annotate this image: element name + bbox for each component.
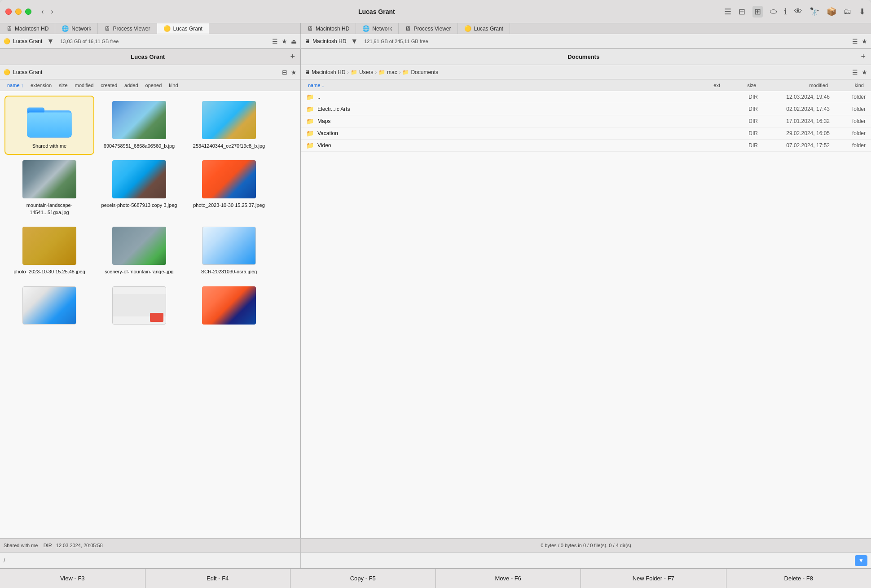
tab-network-left[interactable]: 🌐 Network	[55, 23, 98, 34]
file-item-img11[interactable]	[184, 281, 274, 333]
col-header-added[interactable]: added	[121, 83, 142, 88]
left-command-bar: /	[0, 553, 301, 568]
folder-icon-maps: 📁	[306, 118, 314, 125]
right-breadcrumb-bar: 🖥 Macintosh HD › 📁 Users › 📁 mac › 📁 Doc…	[301, 65, 871, 79]
left-star-btn[interactable]: ★	[291, 69, 297, 76]
file-thumb-img1	[112, 101, 166, 139]
left-view-mode-btn[interactable]: ⊟	[282, 69, 287, 76]
list-item-electr-ic-arts[interactable]: 📁 Electr...ic Arts DIR 02.02.2024, 17:43…	[301, 103, 871, 115]
right-file-list: 📁 .. DIR 12.03.2024, 19:46 folder 📁 Elec…	[301, 91, 871, 538]
eye-icon[interactable]: 👁	[794, 7, 802, 16]
tab-lucas-grant-right[interactable]: 🟡 Lucas Grant	[458, 23, 510, 34]
left-drive-icon: 🟡	[4, 38, 10, 44]
window: ‹ › Lucas Grant ☰ ⊟ ⊞ ⬭ ℹ 👁 🔭 📦 🗂 ⬇ 🖥 Ma…	[0, 0, 871, 588]
grid-icon[interactable]: ⊞	[752, 6, 763, 18]
right-pathbar: 🖥 Macintosh HD ▼ 121,91 GB of 245,11 GB …	[301, 34, 871, 48]
rcol-header-size[interactable]: size	[724, 83, 760, 88]
right-panel: Documents + 🖥 Macintosh HD › 📁 Users › 📁…	[301, 49, 871, 538]
file-item-img5[interactable]: photo_2023-10-30 15.25.37.jpeg	[184, 155, 274, 221]
file-item-img3[interactable]: mountain-landscape-14541...51gxa.jpg	[4, 155, 94, 221]
right-bookmark[interactable]: ★	[862, 38, 867, 45]
file-thumb-img5	[202, 160, 256, 198]
col-header-opened[interactable]: opened	[142, 83, 166, 88]
file-item-img8[interactable]: SCR-20231030-nsra.jpeg	[184, 221, 274, 281]
file-item-shared-with-me[interactable]: Shared with me	[4, 96, 94, 155]
col-header-name[interactable]: name ↑	[4, 83, 27, 88]
minimize-button[interactable]	[15, 9, 22, 15]
rcol-header-name[interactable]: name ↓	[304, 83, 697, 88]
col-header-modified[interactable]: modified	[71, 83, 97, 88]
columns-icon[interactable]: ⊟	[739, 7, 745, 17]
left-path-tools: ⊟ ★	[282, 69, 297, 76]
col-header-kind[interactable]: kind	[165, 83, 181, 88]
left-bookmark[interactable]: ★	[282, 38, 287, 45]
rcol-header-ext[interactable]: ext	[697, 83, 724, 88]
new-folder-button[interactable]: New Folder - F7	[581, 569, 726, 588]
close-button[interactable]	[5, 9, 12, 15]
list-icon[interactable]: ☰	[724, 7, 731, 17]
list-item-video[interactable]: 📁 Video DIR 07.02.2024, 17:52 folder	[301, 140, 871, 152]
left-eject[interactable]: ⏏	[291, 38, 297, 45]
file-item-img2[interactable]: 25341240344_ce270f19c8_b.jpg	[184, 96, 274, 155]
toggle-icon[interactable]: ⬭	[770, 7, 777, 16]
right-panel-add-button[interactable]: +	[861, 52, 866, 61]
right-view-options[interactable]: ☰	[852, 38, 858, 45]
maximize-button[interactable]	[25, 9, 31, 15]
right-view-mode-btn[interactable]: ☰	[852, 69, 858, 76]
window-title: Lucas Grant	[33, 8, 721, 15]
file-item-img10[interactable]	[94, 281, 184, 333]
left-panel-add-button[interactable]: +	[290, 52, 295, 61]
copy-button[interactable]: Copy - F5	[290, 569, 436, 588]
left-panel: Lucas Grant + 🟡 Lucas Grant ⊟ ★ name ↑ e…	[0, 49, 301, 538]
right-star-btn[interactable]: ★	[862, 69, 867, 76]
col-header-size[interactable]: size	[55, 83, 71, 88]
left-drive-dropdown[interactable]: ▼	[47, 37, 54, 45]
rcol-header-kind[interactable]: kind	[831, 83, 867, 88]
tab-lucas-grant-left[interactable]: 🟡 Lucas Grant	[157, 23, 209, 34]
delete-button[interactable]: Delete - F8	[726, 569, 871, 588]
file-name-img5: photo_2023-10-30 15.25.37.jpeg	[193, 202, 265, 209]
drive-icon[interactable]: 🗂	[844, 7, 852, 16]
right-status: 0 bytes / 0 bytes in 0 / 0 file(s). 0 / …	[301, 539, 871, 552]
list-item-vacation[interactable]: 📁 Vacation DIR 29.02.2024, 16:05 folder	[301, 127, 871, 140]
right-breadcrumb-mac-icon: 📁	[378, 69, 385, 75]
list-item-maps[interactable]: 📁 Maps DIR 17.01.2024, 16:32 folder	[301, 115, 871, 127]
network-icon-right: 🌐	[362, 25, 370, 32]
file-item-img7[interactable]: scenery-of-mountain-range-.jpg	[94, 221, 184, 281]
file-item-img9[interactable]	[4, 281, 94, 333]
left-panel-titlebar: Lucas Grant +	[0, 49, 300, 65]
folder-icon-video: 📁	[306, 142, 314, 149]
right-command-bar[interactable]: ▼	[301, 553, 871, 568]
process-viewer-icon-left: 🖥	[104, 25, 110, 32]
left-view-options[interactable]: ☰	[272, 38, 278, 45]
move-button[interactable]: Move - F6	[436, 569, 581, 588]
command-dropdown-btn[interactable]: ▼	[855, 555, 867, 566]
file-item-img1[interactable]: 6904758951_6868a06560_b.jpg	[94, 96, 184, 155]
download-icon[interactable]: ⬇	[859, 7, 866, 17]
list-item-dotdot[interactable]: 📁 .. DIR 12.03.2024, 19:46 folder	[301, 91, 871, 103]
file-name-img2: 25341240344_ce270f19c8_b.jpg	[193, 143, 265, 149]
col-header-created[interactable]: created	[97, 83, 121, 88]
compress-icon[interactable]: 📦	[827, 7, 836, 17]
file-item-img4[interactable]: pexels-photo-5687913 copy 3.jpeg	[94, 155, 184, 221]
binoculars-icon[interactable]: 🔭	[809, 7, 819, 17]
file-item-img6[interactable]: photo_2023-10-30 15.25.48.jpeg	[4, 221, 94, 281]
funcbar: View - F3 Edit - F4 Copy - F5 Move - F6 …	[0, 568, 871, 588]
view-button[interactable]: View - F3	[0, 569, 145, 588]
tab-macintosh-hd-left[interactable]: 🖥 Macintosh HD	[0, 23, 55, 34]
folder-icon-arts: 📁	[306, 105, 314, 113]
rcol-header-modified[interactable]: modified	[760, 83, 831, 88]
tab-network-right[interactable]: 🌐 Network	[356, 23, 399, 34]
tab-macintosh-hd-right[interactable]: 🖥 Macintosh HD	[301, 23, 356, 34]
edit-button[interactable]: Edit - F4	[145, 569, 291, 588]
status-area: Shared with me DIR 12.03.2024, 20:05:58 …	[0, 538, 871, 552]
toolbar-icons: ☰ ⊟ ⊞ ⬭ ℹ 👁 🔭 📦 🗂 ⬇	[724, 6, 866, 18]
info-icon[interactable]: ℹ	[784, 7, 787, 17]
process-viewer-icon-right: 🖥	[405, 25, 411, 32]
col-header-extension[interactable]: extension	[27, 83, 55, 88]
right-drive-dropdown[interactable]: ▼	[351, 37, 358, 45]
command-input[interactable]	[304, 557, 855, 564]
tab-process-viewer-left[interactable]: 🖥 Process Viewer	[98, 23, 157, 34]
tab-process-viewer-right[interactable]: 🖥 Process Viewer	[399, 23, 457, 34]
folder-icon-dotdot: 📁	[306, 93, 314, 101]
